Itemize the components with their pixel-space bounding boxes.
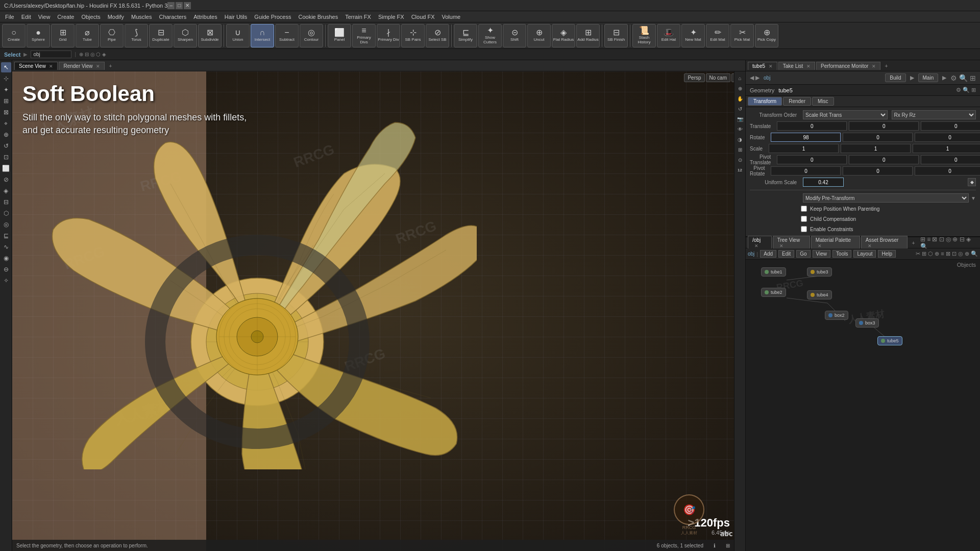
sidebar-tool-1[interactable]: ⊹	[1, 73, 11, 84]
toolbar-btn-select-sb[interactable]: ⊘Select SB	[426, 24, 449, 47]
uniform-scale-input[interactable]	[803, 178, 844, 187]
tab-render-view[interactable]: Render View ✕	[59, 62, 105, 70]
pivot-rotate-z[interactable]	[915, 166, 980, 176]
translate-y[interactable]	[849, 121, 919, 131]
node-box3[interactable]: box3	[855, 318, 879, 328]
rtab-close-perf[interactable]: ✕	[872, 64, 876, 69]
toolbar-btn-pipe[interactable]: ⎔Pipe	[100, 24, 124, 47]
sidebar-tool-17[interactable]: ◉	[1, 253, 11, 263]
pivot-translate-y[interactable]	[849, 155, 919, 164]
main-button[interactable]: Main	[918, 73, 939, 82]
toolbar-btn-sb-finish[interactable]: ⊟SB Finish	[604, 24, 628, 47]
pivot-rotate-y[interactable]	[843, 166, 913, 176]
translate-x[interactable]	[777, 121, 847, 131]
menu-item-simple-fx[interactable]: Simple FX	[375, 13, 407, 21]
ng-go-btn[interactable]: Go	[796, 250, 810, 258]
toolbar-btn-shift[interactable]: ⊝Shift	[503, 24, 526, 47]
viewport[interactable]: 人人素材 RRCG RRCG 人人素材 RRCG RRCG 人人素材 RRCG	[12, 71, 745, 551]
vp-tool-shade[interactable]: ◑	[736, 135, 745, 144]
tab-misc[interactable]: Misc	[812, 97, 834, 106]
pivot-translate-x[interactable]	[777, 155, 847, 164]
ngtab-obj[interactable]: /obj ✕	[748, 236, 772, 249]
tab-transform[interactable]: Transform	[748, 97, 782, 106]
menu-item-cookie-brushes[interactable]: Cookie Brushes	[295, 13, 341, 21]
toolbar-btn-union[interactable]: ∪Union	[226, 24, 250, 47]
scale-y[interactable]	[841, 144, 911, 153]
ng-tools-btn[interactable]: Tools	[832, 250, 851, 258]
sidebar-tool-9[interactable]: ⬜	[1, 163, 11, 173]
nocam-button[interactable]: No cam	[706, 73, 730, 82]
keep-position-checkbox[interactable]	[801, 206, 807, 212]
ng-add-btn[interactable]: Add	[760, 250, 776, 258]
sidebar-select-tool[interactable]: ↖	[1, 62, 11, 72]
translate-z[interactable]	[921, 121, 980, 131]
menu-item-objects[interactable]: Objects	[78, 13, 103, 21]
ngtab-asset[interactable]: Asset Browser ✕	[861, 236, 908, 249]
toolbar-btn-torus[interactable]: ⟆Torus	[125, 24, 148, 47]
menu-item-cloud-fx[interactable]: Cloud FX	[408, 13, 438, 21]
pivot-translate-z[interactable]	[921, 155, 980, 164]
sidebar-tool-18[interactable]: ⊖	[1, 264, 11, 274]
vp-tool-pan[interactable]: ✋	[736, 94, 745, 103]
toolbar-btn-primary-divs[interactable]: ≡Primary Divs	[352, 24, 376, 47]
tab-close-render[interactable]: ✕	[96, 64, 100, 69]
restore-button[interactable]: □	[176, 2, 183, 9]
menu-item-volume[interactable]: Volume	[439, 13, 464, 21]
toolbar-btn-sharpen[interactable]: ⬡Sharpen	[174, 24, 197, 47]
ng-edit-btn[interactable]: Edit	[778, 250, 794, 258]
tab-add-button[interactable]: +	[106, 62, 115, 70]
toolbar-btn-uncut[interactable]: ⊕Uncut	[527, 24, 551, 47]
sidebar-tool-5[interactable]: ⌖	[1, 118, 11, 129]
toolbar-btn-sphere[interactable]: ●Sphere	[27, 24, 50, 47]
vp-tool-12[interactable]: 12	[736, 165, 745, 174]
vp-tool-home[interactable]: ⌂	[736, 73, 745, 83]
ng-view-btn[interactable]: View	[813, 250, 831, 258]
rotate-order-select[interactable]: Rx Ry Rz	[892, 110, 976, 119]
menu-item-terrain-fx[interactable]: Terrain FX	[342, 13, 374, 21]
sidebar-tool-19[interactable]: ✧	[1, 276, 11, 286]
status-icon[interactable]: ℹ	[714, 543, 716, 548]
ng-layout-btn[interactable]: Layout	[853, 250, 876, 258]
rtab-close-tube5[interactable]: ✕	[769, 64, 773, 69]
menu-item-guide-process[interactable]: Guide Process	[251, 13, 294, 21]
toolbar-btn-grid[interactable]: ⊞Grid	[51, 24, 75, 47]
ngtab-add[interactable]: +	[909, 239, 918, 247]
rtab-tube5[interactable]: tube5 ✕	[748, 62, 777, 70]
modify-pre-transform-select[interactable]: Modify Pre-Transform	[803, 193, 969, 203]
menu-item-view[interactable]: View	[35, 13, 54, 21]
close-button[interactable]: ✕	[184, 2, 191, 9]
toolbar-btn-sb-pairs[interactable]: ⊹SB Pairs	[401, 24, 425, 47]
vp-tool-camera[interactable]: 📷	[736, 114, 745, 123]
toolbar-btn-primary-div[interactable]: ∤Primary Div	[377, 24, 400, 47]
ng-help-btn[interactable]: Help	[878, 250, 896, 258]
rotate-x[interactable]	[771, 133, 841, 142]
node-tube1[interactable]: tube1	[761, 267, 786, 277]
ngtab-material[interactable]: Material Palette ✕	[811, 236, 860, 249]
toolbar-btn-pick-copy[interactable]: ⊕Pick Copy	[755, 24, 778, 47]
toolbar-btn-stash-history[interactable]: 📜Stash History	[632, 24, 656, 47]
status-icon-2[interactable]: ⊞	[726, 543, 730, 548]
vp-tool-snap[interactable]: ⊙	[736, 155, 745, 164]
ngtab-close-obj[interactable]: ✕	[754, 243, 758, 248]
node-box2[interactable]: box2	[825, 311, 848, 320]
sidebar-tool-3[interactable]: ⊞	[1, 96, 11, 106]
toolbar-btn-panel[interactable]: ⬜Panel	[328, 24, 351, 47]
sidebar-tool-12[interactable]: ⊟	[1, 197, 11, 207]
rtab-take-list[interactable]: Take List ✕	[778, 62, 815, 70]
menu-item-muscles[interactable]: Muscles	[128, 13, 155, 21]
toolbar-btn-add-radius[interactable]: ⊞Add Radius	[576, 24, 600, 47]
sidebar-tool-6[interactable]: ⊕	[1, 130, 11, 140]
tab-scene-view[interactable]: Scene View ✕	[14, 62, 58, 70]
menu-item-hair-utils[interactable]: Hair Utils	[222, 13, 251, 21]
tab-close-scene[interactable]: ✕	[49, 64, 53, 69]
toolbar-btn-simplify[interactable]: ⊑Simplify	[454, 24, 477, 47]
menu-item-modify[interactable]: Modify	[105, 13, 127, 21]
menu-item-edit[interactable]: Edit	[18, 13, 34, 21]
sidebar-tool-2[interactable]: ✦	[1, 85, 11, 95]
transform-order-select[interactable]: Scale Rot Trans	[803, 110, 888, 119]
menu-item-create[interactable]: Create	[54, 13, 77, 21]
menu-item-file[interactable]: File	[2, 13, 17, 21]
scale-x[interactable]	[769, 144, 839, 153]
node-tube3[interactable]: tube3	[807, 267, 832, 277]
vp-tool-display[interactable]: ⊞	[736, 145, 745, 154]
